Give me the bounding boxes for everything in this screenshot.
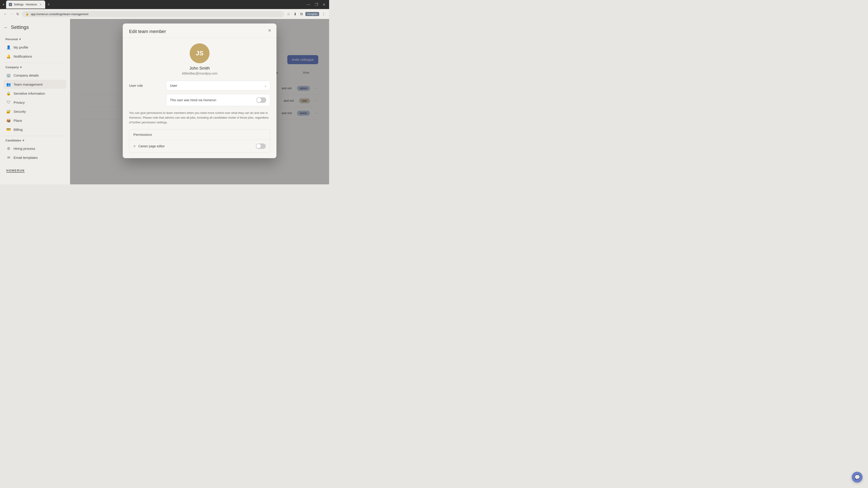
- forward-nav-button[interactable]: →: [9, 11, 14, 17]
- hired-toggle-label: This user was hired via Homerun: [170, 98, 216, 102]
- page-content: Invite colleague method Role and ord adm…: [70, 19, 329, 184]
- sidebar-item-team-management[interactable]: 👥 Team management: [4, 80, 66, 89]
- tab-dropdown-button[interactable]: ▾: [2, 2, 5, 7]
- role-select[interactable]: User Admin Owner: [166, 80, 270, 90]
- permissions-info-text: You can give permissions to team members…: [129, 111, 270, 125]
- modal-close-button[interactable]: ×: [268, 28, 271, 33]
- bookmark-button[interactable]: ☆: [286, 11, 291, 17]
- incognito-badge: Incognito: [305, 12, 319, 16]
- sidebar-item-label: My profile: [13, 45, 28, 49]
- active-tab[interactable]: H Settings · Homerun ×: [6, 0, 45, 8]
- user-role-control: User Admin Owner ⌄: [166, 80, 270, 90]
- user-role-row: User role User Admin Owner ⌄: [129, 80, 270, 90]
- reload-button[interactable]: ↻: [16, 11, 20, 17]
- role-select-wrapper: User Admin Owner ⌄: [166, 80, 270, 90]
- modal-header: Edit team member ×: [123, 24, 276, 38]
- plans-icon: 📦: [6, 118, 11, 123]
- modal-title: Edit team member: [129, 29, 166, 34]
- hired-toggle[interactable]: [256, 97, 266, 103]
- user-avatar-section: JS John Smith 488ed9ac@moodjoy.com: [129, 43, 270, 75]
- sidebar-item-hiring-process[interactable]: ⚙ Hiring process: [4, 144, 66, 153]
- permission-info: Career page editor: [133, 144, 165, 148]
- personal-section-header: Personal ▾: [4, 37, 66, 42]
- hiring-icon: ⚙: [6, 146, 11, 151]
- sidebar-item-sensitive-information[interactable]: 🔒 Sensitive information: [4, 89, 66, 98]
- main-content: ← Settings Personal ▾ 👤 My profile 🔔 Not…: [0, 19, 329, 184]
- company-section-header: Company ▾: [4, 65, 66, 70]
- user-name: John Smith: [189, 66, 210, 71]
- profile-icon: 👤: [6, 45, 11, 50]
- user-email: 488ed9ac@moodjoy.com: [182, 72, 217, 75]
- maximize-button[interactable]: ❐: [313, 2, 320, 8]
- sidebar-item-label: Privacy: [13, 101, 25, 104]
- email-icon: ✉: [6, 155, 11, 160]
- sidebar-item-notifications[interactable]: 🔔 Notifications: [4, 52, 66, 61]
- sidebar-title: Settings: [11, 24, 29, 30]
- candidates-section-header: Candidates ▾: [4, 138, 66, 143]
- sidebar-item-plans[interactable]: 📦 Plans: [4, 116, 66, 125]
- user-role-label: User role: [129, 84, 161, 88]
- team-icon: 👥: [6, 82, 11, 87]
- permissions-header: Permissions: [129, 129, 270, 140]
- notifications-icon: 🔔: [6, 54, 11, 59]
- address-actions: ☆ ⬇ ⧉ Incognito ⋮: [286, 11, 327, 17]
- sidebar-item-security[interactable]: 🔐 Security: [4, 107, 66, 116]
- sidebar-section-candidates: Candidates ▾ ⚙ Hiring process ✉ Email te…: [4, 138, 66, 162]
- sidebar: ← Settings Personal ▾ 👤 My profile 🔔 Not…: [0, 19, 70, 184]
- sidebar-item-company-details[interactable]: 🏢 Company details: [4, 71, 66, 80]
- company-icon: 🏢: [6, 73, 11, 77]
- tab-close-button[interactable]: ×: [39, 3, 42, 6]
- sidebar-item-label: Team management: [13, 83, 42, 86]
- career-page-editor-toggle-thumb: [256, 144, 261, 149]
- permission-dot: [133, 145, 135, 147]
- sidebar-item-label: Email templates: [13, 156, 38, 160]
- sidebar-item-privacy[interactable]: 🛡 Privacy: [4, 98, 66, 107]
- security-icon: 🔐: [6, 109, 11, 113]
- url-bar[interactable]: 🔒 app.homerun.co/settings/team-managemen…: [22, 11, 284, 17]
- sidebar-item-label: Notifications: [13, 55, 32, 58]
- back-to-main-button[interactable]: ←: [4, 25, 8, 30]
- sidebar-item-billing[interactable]: 💳 Billing: [4, 125, 66, 134]
- sidebar-section-personal: Personal ▾ 👤 My profile 🔔 Notifications: [4, 37, 66, 61]
- split-view-button[interactable]: ⧉: [299, 11, 304, 17]
- window-controls: — ❐ ✕: [305, 2, 327, 8]
- billing-icon: 💳: [6, 127, 11, 132]
- address-bar: ← → ↻ 🔒 app.homerun.co/settings/team-man…: [0, 9, 329, 19]
- user-avatar: JS: [190, 43, 210, 63]
- download-button[interactable]: ⬇: [293, 11, 298, 17]
- modal-overlay[interactable]: Edit team member × JS John Smith 488ed9a…: [70, 19, 329, 184]
- permission-row-career-page-editor: Career page editor: [129, 140, 270, 153]
- sidebar-logo: HOMERUN: [4, 166, 66, 174]
- hired-toggle-row: This user was hired via Homerun: [166, 94, 270, 106]
- sidebar-item-label: Billing: [13, 128, 23, 131]
- tab-title: Settings · Homerun: [14, 3, 37, 6]
- hired-toggle-thumb: [257, 98, 261, 102]
- nav-buttons: ← → ↻: [3, 11, 20, 17]
- permissions-section: Permissions Career page editor: [129, 129, 270, 153]
- sidebar-item-label: Plans: [13, 119, 22, 123]
- sidebar-item-label: Hiring process: [13, 147, 35, 151]
- modal-body: JS John Smith 488ed9ac@moodjoy.com User …: [123, 38, 276, 158]
- tab-favicon: H: [9, 3, 12, 6]
- sidebar-header: ← Settings: [4, 24, 66, 30]
- url-text: app.homerun.co/settings/team-management: [31, 12, 88, 16]
- back-nav-button[interactable]: ←: [3, 11, 8, 17]
- browser-tabs: ▾ H Settings · Homerun × +: [2, 0, 303, 8]
- new-tab-button[interactable]: +: [46, 2, 51, 7]
- section-divider-2: [4, 136, 66, 136]
- sidebar-section-company: Company ▾ 🏢 Company details 👥 Team manag…: [4, 65, 66, 134]
- menu-button[interactable]: ⋮: [321, 11, 327, 17]
- logo-text: HOMERUN: [6, 169, 25, 173]
- browser-chrome: ▾ H Settings · Homerun × + — ❐ ✕: [0, 0, 329, 9]
- sidebar-item-label: Sensitive information: [13, 92, 45, 95]
- sidebar-item-my-profile[interactable]: 👤 My profile: [4, 43, 66, 52]
- close-button[interactable]: ✕: [321, 2, 327, 8]
- sensitive-icon: 🔒: [6, 91, 11, 96]
- career-page-editor-toggle[interactable]: [256, 143, 266, 149]
- minimize-button[interactable]: —: [305, 2, 312, 8]
- sidebar-item-email-templates[interactable]: ✉ Email templates: [4, 153, 66, 162]
- secure-icon: 🔒: [26, 12, 29, 15]
- privacy-icon: 🛡: [6, 100, 11, 105]
- permission-name: Career page editor: [138, 144, 165, 148]
- sidebar-item-label: Company details: [13, 73, 39, 77]
